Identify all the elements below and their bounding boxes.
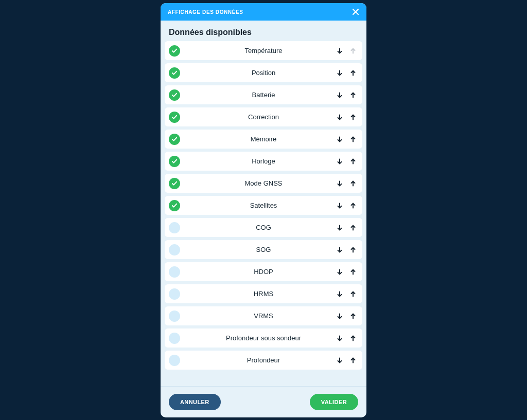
arrow-down-icon xyxy=(336,180,343,187)
move-up-button[interactable] xyxy=(349,334,357,342)
arrow-up-icon xyxy=(349,180,357,187)
move-up-button xyxy=(349,47,357,55)
move-up-button[interactable] xyxy=(349,69,357,77)
move-up-button[interactable] xyxy=(349,246,357,254)
check-icon xyxy=(171,203,178,208)
check-icon xyxy=(171,48,178,53)
move-up-button[interactable] xyxy=(349,179,357,188)
list-item: SOG xyxy=(165,240,362,259)
section-title: Données disponibles xyxy=(161,21,366,41)
reorder-controls xyxy=(336,246,357,254)
move-down-button[interactable] xyxy=(336,290,344,298)
toggle-checkbox[interactable] xyxy=(169,311,180,322)
toggle-checkbox[interactable] xyxy=(169,134,180,145)
toggle-checkbox[interactable] xyxy=(169,67,180,79)
toggle-checkbox[interactable] xyxy=(169,156,180,167)
toggle-checkbox[interactable] xyxy=(169,178,180,189)
list-item: Correction xyxy=(165,107,362,126)
move-down-button[interactable] xyxy=(336,246,344,254)
modal-title: AFFICHAGE DES DONNÉES xyxy=(168,9,243,15)
move-up-button[interactable] xyxy=(349,356,357,364)
list-item: VRMS xyxy=(165,306,362,325)
arrow-up-icon xyxy=(349,357,357,364)
move-up-button[interactable] xyxy=(349,290,357,298)
list-item: Mode GNSS xyxy=(165,174,362,193)
move-up-button[interactable] xyxy=(349,157,357,166)
move-up-button[interactable] xyxy=(349,91,357,99)
move-up-button[interactable] xyxy=(349,135,357,143)
item-label: Correction xyxy=(165,113,362,121)
item-label: Profondeur sous sondeur xyxy=(165,334,362,342)
move-down-button[interactable] xyxy=(336,135,344,143)
arrow-down-icon xyxy=(336,47,343,54)
list-item: HRMS xyxy=(165,284,362,303)
move-up-button[interactable] xyxy=(349,202,357,210)
arrow-up-icon xyxy=(349,313,357,320)
check-icon xyxy=(171,159,178,164)
move-down-button[interactable] xyxy=(336,224,344,232)
list-item: Horloge xyxy=(165,152,362,171)
arrow-down-icon xyxy=(336,313,343,320)
move-down-button[interactable] xyxy=(336,47,344,55)
move-down-button[interactable] xyxy=(336,312,344,320)
move-down-button[interactable] xyxy=(336,157,344,166)
item-label: VRMS xyxy=(165,312,362,320)
check-icon xyxy=(171,115,178,120)
reorder-controls xyxy=(336,179,357,188)
toggle-checkbox[interactable] xyxy=(169,222,180,233)
move-down-button[interactable] xyxy=(336,268,344,276)
close-button[interactable] xyxy=(351,7,360,16)
item-label: SOG xyxy=(165,246,362,253)
toggle-checkbox[interactable] xyxy=(169,45,180,57)
list-item: HDOP xyxy=(165,262,362,281)
arrow-up-icon xyxy=(349,268,357,276)
arrow-up-icon xyxy=(349,202,357,209)
move-up-button[interactable] xyxy=(349,312,357,320)
item-label: Température xyxy=(165,47,362,54)
confirm-button[interactable]: VALIDER xyxy=(310,394,358,410)
toggle-checkbox[interactable] xyxy=(169,266,180,278)
move-down-button[interactable] xyxy=(336,334,344,342)
arrow-down-icon xyxy=(336,246,343,253)
reorder-controls xyxy=(336,135,357,143)
item-label: COG xyxy=(165,224,362,231)
item-label: Mémoire xyxy=(165,135,362,143)
item-label: Profondeur xyxy=(165,356,362,364)
check-icon xyxy=(171,181,178,186)
toggle-checkbox[interactable] xyxy=(169,333,180,344)
reorder-controls xyxy=(336,202,357,210)
arrow-up-icon xyxy=(349,92,357,99)
move-down-button[interactable] xyxy=(336,202,344,210)
arrow-up-icon xyxy=(349,246,357,253)
cancel-button[interactable]: ANNULER xyxy=(169,394,221,410)
move-down-button[interactable] xyxy=(336,69,344,77)
item-label: HRMS xyxy=(165,290,362,298)
arrow-down-icon xyxy=(336,136,343,143)
arrow-down-icon xyxy=(336,92,343,99)
toggle-checkbox[interactable] xyxy=(169,288,180,300)
item-label: Position xyxy=(165,69,362,77)
list-item: Satellites xyxy=(165,196,362,215)
toggle-checkbox[interactable] xyxy=(169,112,180,123)
move-up-button[interactable] xyxy=(349,268,357,276)
data-display-modal: AFFICHAGE DES DONNÉES Données disponible… xyxy=(161,3,366,417)
arrow-up-icon xyxy=(349,290,357,298)
list-item: COG xyxy=(165,218,362,237)
toggle-checkbox[interactable] xyxy=(169,355,180,366)
toggle-checkbox[interactable] xyxy=(169,89,180,101)
item-label: Mode GNSS xyxy=(165,179,362,187)
move-down-button[interactable] xyxy=(336,113,344,121)
move-up-button[interactable] xyxy=(349,224,357,232)
toggle-checkbox[interactable] xyxy=(169,244,180,255)
list-item: Profondeur xyxy=(165,351,362,370)
toggle-checkbox[interactable] xyxy=(169,200,180,211)
move-up-button[interactable] xyxy=(349,113,357,121)
move-down-button[interactable] xyxy=(336,91,344,99)
arrow-up-icon xyxy=(349,158,357,165)
check-icon xyxy=(171,93,178,98)
arrow-down-icon xyxy=(336,224,343,231)
move-down-button[interactable] xyxy=(336,179,344,188)
arrow-up-icon xyxy=(349,224,357,231)
list-item: Mémoire xyxy=(165,130,362,149)
move-down-button[interactable] xyxy=(336,356,344,364)
